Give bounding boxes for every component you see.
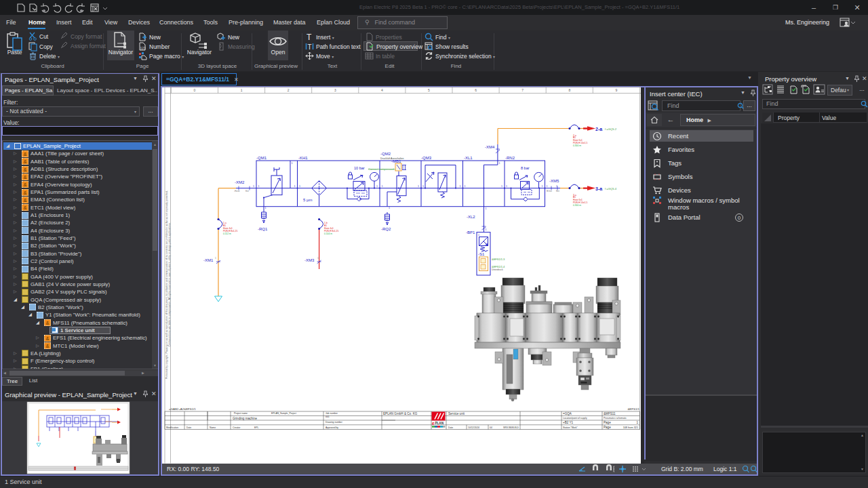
svg-text:1: 1 (265, 207, 267, 209)
svg-text:-RQ1: -RQ1 (258, 227, 268, 231)
svg-text:-XM2: -XM2 (235, 180, 245, 184)
svg-text:Job number: Job number (326, 412, 338, 415)
svg-text:123: 123 (140, 46, 146, 50)
svg-text:Modification: Modification (166, 426, 178, 429)
svg-text:-XM4: -XM4 (485, 145, 495, 149)
svg-text:1: 1 (465, 185, 466, 188)
svg-text:2: 2 (288, 88, 290, 92)
svg-text:0.300 m: 0.300 m (573, 204, 581, 207)
svg-text:-XM5: -XM5 (549, 179, 559, 183)
svg-text:-QM1: -QM1 (256, 156, 267, 160)
svg-text:Name: Name (210, 426, 216, 429)
svg-text:9: 9 (616, 88, 618, 92)
svg-text:108 from 321: 108 from 321 (623, 426, 638, 429)
svg-text:-BP1: -BP1 (466, 230, 475, 235)
svg-text:-QM3: -QM3 (421, 156, 432, 160)
svg-text:Unterdruck: Unterdruck (492, 268, 503, 271)
svg-text:10/12/2024: 10/12/2024 (468, 426, 479, 429)
svg-text:04: 04 (490, 426, 492, 429)
svg-text:Project name: Project name (234, 412, 248, 415)
svg-text:Page: Page (604, 426, 611, 429)
svg-text:0.104 m: 0.104 m (324, 232, 332, 235)
svg-text:1: 1 (376, 185, 378, 188)
svg-text:-KH1: -KH1 (298, 156, 308, 160)
svg-text:7: 7 (521, 88, 524, 92)
svg-text:-RN2: -RN2 (505, 156, 515, 160)
svg-text:1: 1 (418, 185, 419, 188)
svg-text:=GAB2+A2&EFS1/1: =GAB2+A2&EFS1/1 (169, 407, 196, 411)
svg-text:=GQA: =GQA (563, 412, 572, 415)
svg-text:Station "Work": Station "Work" (563, 426, 578, 429)
svg-text:0: 0 (194, 88, 196, 92)
svg-text:1: 1 (499, 162, 500, 165)
svg-text:1: 1 (422, 185, 424, 188)
svg-text:f =GQ5.4: f =GQ5.4 (605, 187, 617, 190)
svg-text:Service unit: Service unit (448, 412, 465, 415)
svg-text:+B2 Y1: +B2 Y1 (563, 421, 574, 424)
svg-text:1: 1 (317, 257, 319, 260)
svg-text:Drawing number: Drawing number (326, 421, 343, 424)
svg-text:1: 1 (478, 234, 479, 237)
svg-text:8: 8 (568, 88, 570, 92)
svg-text:8x1: 8x1 (556, 190, 559, 192)
svg-text:Pneumatics schematic: Pneumatics schematic (604, 417, 627, 420)
svg-text:-RQ2: -RQ2 (381, 227, 391, 231)
svg-text:-XL2: -XL2 (467, 215, 475, 219)
svg-text:1: 1 (215, 257, 216, 260)
svg-text:-QM2: -QM2 (380, 152, 391, 156)
svg-text:PLAN: PLAN (435, 422, 444, 425)
svg-text:1: 1 (486, 207, 487, 210)
svg-text:BOxx: BOxx (547, 190, 552, 192)
svg-text:1: 1 (486, 228, 487, 231)
svg-text:EPLAN_Sample_Project: EPLAN_Sample_Project (271, 412, 296, 415)
svg-text:Creator: Creator (233, 426, 241, 429)
svg-text:EPLAN GmbH & Co. KG: EPLAN GmbH & Co. KG (383, 412, 418, 415)
svg-text:Connect compressed air: Connect compressed air (368, 167, 398, 171)
svg-text:1: 1 (294, 185, 296, 188)
svg-text:1: 1 (389, 207, 390, 209)
svg-text:T: T (308, 43, 312, 51)
svg-text:0.112 m: 0.112 m (223, 232, 231, 235)
svg-text:1: 1 (253, 185, 254, 188)
svg-text:Druckluft Ausschalten: Druckluft Ausschalten (380, 157, 404, 160)
svg-text:1: 1 (636, 421, 638, 424)
svg-text:10 bar: 10 bar (354, 166, 365, 170)
svg-text:5: 5 (428, 88, 430, 92)
svg-text:Page: Page (604, 421, 611, 424)
svg-text:-XL1: -XL1 (464, 156, 473, 160)
svg-text:Approved by: Approved by (326, 426, 338, 429)
svg-text:1: 1 (241, 88, 243, 92)
svg-text:1: 1 (506, 185, 507, 188)
svg-text:5 µm: 5 µm (303, 198, 312, 202)
svg-text:Date: Date (448, 426, 453, 429)
svg-text:-XM3: -XM3 (304, 258, 315, 262)
svg-text:1: 1 (292, 162, 293, 165)
svg-text:1: 1 (542, 185, 543, 188)
svg-text:Grinding machine: Grinding machine (233, 417, 257, 420)
svg-text:8 bar: 8 bar (521, 166, 530, 170)
svg-text:1: 1 (382, 185, 383, 188)
svg-text:&EFS1/1: &EFS1/1 (627, 407, 639, 411)
svg-text:6: 6 (475, 88, 477, 92)
svg-text:3: 3 (334, 88, 336, 92)
svg-text:4: 4 (381, 88, 383, 92)
svg-text:e: e (432, 421, 435, 426)
svg-text:1: 1 (460, 185, 461, 188)
svg-text:&MFS11: &MFS11 (604, 412, 616, 415)
svg-text:3-a: 3-a (595, 186, 602, 191)
svg-text:EPL: EPL (254, 426, 259, 429)
svg-text:0.300 m: 0.300 m (573, 144, 581, 147)
svg-text:1: 1 (547, 185, 548, 188)
svg-text:T: T (307, 33, 312, 42)
svg-text:&EFS1/1.3: &EFS1/1.3 (492, 258, 505, 261)
svg-text:Location/point of supply: Location/point of supply (563, 417, 587, 420)
svg-text:Contraventions are liable to c: Contraventions are liable to compensatio… (168, 223, 171, 347)
svg-text:SRV-W08L8LD: SRV-W08L8LD (503, 426, 519, 429)
svg-text:1: 1 (299, 185, 300, 188)
svg-text:-S1: -S1 (478, 252, 485, 256)
svg-text:-XM1: -XM1 (203, 258, 214, 262)
svg-text:2-a: 2-a (595, 127, 602, 131)
svg-text:1: 1 (501, 185, 502, 188)
svg-text:8x1: 8x1 (245, 190, 249, 192)
svg-text:&EFS1/1.4: &EFS1/1.4 (492, 265, 505, 268)
